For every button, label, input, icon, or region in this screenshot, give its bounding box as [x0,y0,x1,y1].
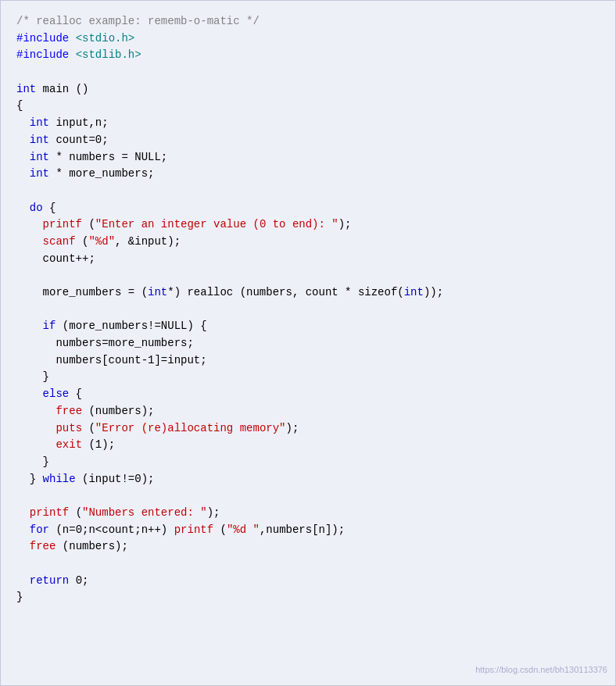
token-keyword: int [404,286,424,298]
code-line-28: } while (input!=0); [16,471,600,488]
code-line-19: if (more_numbers!=NULL) { [16,318,600,335]
token-keyword: int [30,134,49,146]
token-function: free [30,540,56,552]
token-keyword: while [43,473,76,485]
code-line-10: int * more_numbers; [16,166,600,183]
code-line-20: numbers=more_numbers; [16,335,600,352]
token-function: free [56,405,82,417]
token-keyword: return [30,574,69,587]
token-keyword: for [30,523,49,536]
code-line-15: count++; [16,251,600,268]
code-line-8: int count=0; [16,132,600,149]
token-function: exit [56,438,82,451]
code-line-33 [16,556,600,573]
token-keyword: do [30,202,43,214]
token-header: <stdio.h> [76,32,135,45]
code-line-2: #include <stdio.h> [16,30,600,48]
token-keyword: else [43,388,70,400]
code-line-7: int input,n; [16,115,600,132]
code-line-11 [16,183,600,200]
code-line-25: puts ("Error (re)allocating memory"); [16,420,600,438]
code-line-27: } [16,454,600,471]
token-function: printf [30,506,69,519]
token-keyword: int [30,167,49,180]
code-line-24: free (numbers); [16,403,600,420]
code-line-21: numbers[count-1]=input; [16,352,600,370]
token-string: "Enter an integer value (0 to end): " [95,218,338,230]
code-line-13: printf ("Enter an integer value (0 to en… [16,216,600,234]
code-line-23: else { [16,386,600,403]
token-function: scanf [43,235,76,248]
code-line-26: exit (1); [16,437,600,454]
code-line-9: int * numbers = NULL; [16,149,600,166]
token-keyword: #include [16,48,69,61]
token-keyword: if [43,320,56,332]
code-line-14: scanf ("%d", &input); [16,234,600,251]
token-string: "Numbers entered: " [82,506,207,519]
code-line-32: free (numbers); [16,538,600,556]
code-line-1: /* realloc example: rememb-o-matic */ [16,13,600,30]
code-line-16 [16,267,600,284]
watermark: https://blog.csdn.net/bh130113376 [475,663,607,677]
code-line-30: printf ("Numbers entered: "); [16,505,600,522]
token-keyword: int [16,83,36,95]
token-string: "%d " [227,523,260,536]
token-function: printf [43,218,82,230]
code-line-4 [16,64,600,81]
code-editor: /* realloc example: rememb-o-matic */ #i… [0,0,616,686]
token-function: puts [56,422,82,434]
token-keyword: #include [16,32,69,45]
token-function: printf [174,523,213,536]
code-content: /* realloc example: rememb-o-matic */ #i… [16,13,600,606]
token-keyword: int [148,286,167,298]
token-header: <stdlib.h> [76,48,141,61]
code-line-31: for (n=0;n<count;n++) printf ("%d ",numb… [16,522,600,539]
token-keyword: int [30,116,49,129]
code-line-12: do { [16,200,600,217]
code-line-22: } [16,369,600,386]
code-line-3: #include <stdlib.h> [16,47,600,64]
code-line-5: int main () [16,81,600,98]
code-line-29 [16,488,600,505]
token-string: "Error (re)allocating memory" [95,422,286,434]
token-string: "%d" [88,235,115,248]
code-line-34: return 0; [16,573,600,590]
code-line-17: more_numbers = (int*) realloc (numbers, … [16,284,600,302]
code-line-35: } [16,589,600,606]
code-line-18 [16,302,600,319]
code-line-6: { [16,98,600,115]
token-keyword: int [30,151,49,163]
token-comment: /* realloc example: rememb-o-matic */ [16,15,260,27]
